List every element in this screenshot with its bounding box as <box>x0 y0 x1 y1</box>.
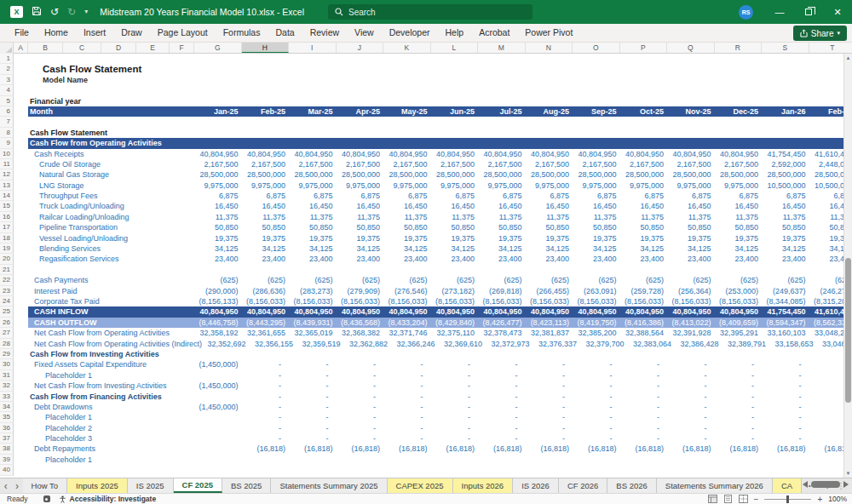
cell-value[interactable]: - <box>242 381 290 391</box>
cell-value[interactable]: (1,450,000) <box>194 359 242 369</box>
row-label[interactable]: Interest Paid <box>28 286 194 296</box>
row-label[interactable] <box>28 465 194 475</box>
cell-colA[interactable] <box>14 296 28 306</box>
cell-value[interactable]: 2,167,500 <box>337 159 384 169</box>
zoom-slider-thumb[interactable] <box>786 495 789 503</box>
cell-value[interactable]: 11,375 <box>620 212 668 222</box>
cell-value[interactable]: - <box>573 433 620 444</box>
cell-value[interactable]: 16,450 <box>620 201 668 211</box>
ribbon-tab-insert[interactable]: Insert <box>76 24 113 42</box>
cell-value[interactable]: 40,804,950 <box>242 149 290 159</box>
row-number[interactable]: 38 <box>0 444 14 454</box>
row-label[interactable]: Throughput Fees <box>28 191 194 201</box>
cell-value[interactable] <box>194 444 242 454</box>
cell-value[interactable]: 28,500,000 <box>667 169 715 180</box>
cell-value[interactable]: 32,352,692 <box>202 339 250 349</box>
cell-value[interactable]: 32,376,337 <box>533 339 581 349</box>
cell-value[interactable]: 32,395,291 <box>715 328 763 338</box>
column-header-H[interactable]: H <box>242 43 290 53</box>
cell-value[interactable]: 11,375 <box>715 212 763 222</box>
cell-value[interactable]: May-25 <box>383 106 431 117</box>
cell-value[interactable]: - <box>242 392 290 402</box>
row-label[interactable] <box>28 85 194 95</box>
cell-value[interactable]: (625) <box>383 275 431 285</box>
cell-value[interactable]: 40,804,950 <box>337 306 384 317</box>
sheet-tab-statements-summary-2025[interactable]: Statements Summary 2025 <box>271 478 387 493</box>
cell-value[interactable]: - <box>762 423 809 433</box>
cell-value[interactable]: (8,156,033) <box>620 296 668 306</box>
sheet-tab-ca[interactable]: CA <box>773 478 802 493</box>
cell-value[interactable]: (253,000) <box>715 286 763 296</box>
cell-value[interactable]: Mar-25 <box>289 106 337 117</box>
excel-app-icon[interactable]: X <box>10 6 23 18</box>
cell-value[interactable]: 2,167,500 <box>573 159 620 169</box>
cell-value[interactable]: - <box>667 359 715 369</box>
ribbon-tab-power-pivot[interactable]: Power Pivot <box>517 24 580 42</box>
cell-value[interactable]: (8,426,477) <box>478 318 526 328</box>
cell-value[interactable]: 19,375 <box>431 233 479 243</box>
cell-value[interactable]: - <box>526 433 573 444</box>
cell-colA[interactable] <box>14 96 28 106</box>
cell-value[interactable]: 23,400 <box>526 254 573 264</box>
cell-value[interactable]: 32,389,791 <box>722 339 770 349</box>
ribbon-tab-help[interactable]: Help <box>438 24 472 42</box>
cell-value[interactable]: (16,818) <box>809 444 844 454</box>
row-label[interactable]: Placeholder 2 <box>28 423 194 433</box>
cell-value[interactable]: - <box>762 392 809 402</box>
cell-colA[interactable] <box>14 54 28 64</box>
row-number[interactable]: 5 <box>0 96 14 106</box>
cell-value[interactable]: - <box>431 402 479 412</box>
cell-value[interactable]: - <box>573 423 620 433</box>
sheet-tab-bs-2025[interactable]: BS 2025 <box>222 478 271 493</box>
row-number[interactable]: 29 <box>0 349 14 359</box>
cell-value[interactable]: Aug-25 <box>526 106 573 117</box>
cell-value[interactable]: 19,375 <box>667 233 715 243</box>
sheet-tab-statements-summary-2026[interactable]: Statements Summary 2026 <box>657 478 773 493</box>
cell-value[interactable]: Jan-26 <box>762 106 809 117</box>
cell-value[interactable]: - <box>762 412 809 422</box>
cell-value[interactable]: 32,391,928 <box>667 328 715 338</box>
cell-colA[interactable] <box>14 318 28 328</box>
cell-colA[interactable] <box>14 149 28 159</box>
save-icon[interactable] <box>32 6 42 18</box>
cell-value[interactable]: 19,375 <box>337 233 384 243</box>
cell-value[interactable]: 40,804,950 <box>620 149 668 159</box>
cell-value[interactable]: - <box>337 402 384 412</box>
cell-value[interactable]: (8,156,033) <box>573 296 620 306</box>
cell-value[interactable]: - <box>715 381 763 391</box>
cell-value[interactable]: 6,875 <box>194 191 242 201</box>
column-header-T[interactable]: T <box>809 43 852 53</box>
cell-value[interactable]: - <box>715 412 763 422</box>
cell-value[interactable]: - <box>715 402 763 412</box>
cell-value[interactable]: (8,433,204) <box>383 318 431 328</box>
cell-value[interactable]: (8,156,033) <box>337 296 384 306</box>
cell-value[interactable]: - <box>573 359 620 369</box>
cell-value[interactable]: 9,975,000 <box>194 180 242 191</box>
cell-value[interactable]: - <box>478 402 526 412</box>
cell-value[interactable]: 11,375 <box>526 212 573 222</box>
cell-colA[interactable] <box>14 306 28 317</box>
cell-value[interactable]: (625) <box>762 275 809 285</box>
horizontal-scrollbar[interactable] <box>803 481 849 488</box>
cell-value[interactable]: - <box>383 433 431 444</box>
cell-value[interactable]: - <box>620 392 668 402</box>
cell-value[interactable]: 40,804,950 <box>573 306 620 317</box>
ribbon-tab-draw[interactable]: Draw <box>113 24 150 42</box>
cell-value[interactable]: 40,804,950 <box>478 306 526 317</box>
cell-value[interactable]: 32,386,428 <box>675 339 722 349</box>
cell-value[interactable] <box>194 433 242 444</box>
column-header-O[interactable]: O <box>573 43 620 53</box>
cell-value[interactable]: - <box>715 423 763 433</box>
cell-colA[interactable] <box>14 243 28 254</box>
ribbon-tab-data[interactable]: Data <box>268 24 302 42</box>
cell-value[interactable]: 16,450 <box>383 201 431 211</box>
cell-value[interactable]: 40,804,950 <box>526 149 573 159</box>
cell-value[interactable]: - <box>526 392 573 402</box>
cell-value[interactable]: 50,850 <box>667 222 715 232</box>
cell-value[interactable]: 41,610,450 <box>809 149 844 159</box>
cell-value[interactable]: - <box>809 359 844 369</box>
cell-value[interactable]: (16,818) <box>478 444 526 454</box>
cell-value[interactable] <box>194 392 242 402</box>
cell-value[interactable]: (625) <box>478 275 526 285</box>
cell-value[interactable]: (8,423,113) <box>526 318 573 328</box>
